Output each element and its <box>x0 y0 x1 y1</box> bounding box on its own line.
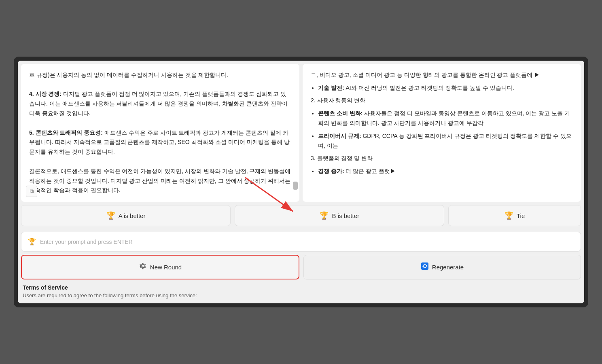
a-is-better-button[interactable]: 🏆 A is better <box>21 205 231 226</box>
panel-left: 호 규정)은 사용자의 동의 없이 데이터를 수집하거나 사용하는 것을 제한합… <box>21 64 299 202</box>
regenerate-button[interactable]: Regenerate <box>303 255 581 279</box>
terms-subtitle: Users are required to agree to the follo… <box>23 292 578 298</box>
regenerate-icon <box>421 262 429 272</box>
copy-button[interactable]: ⧉ <box>26 186 37 197</box>
a-is-better-label: A is better <box>119 212 146 219</box>
content-panels: 호 규정)은 사용자의 동의 없이 데이터를 수집하거나 사용하는 것을 제한합… <box>18 61 584 205</box>
svg-rect-4 <box>421 262 428 270</box>
copy-icon: ⧉ <box>30 188 34 195</box>
tie-button[interactable]: 🏆 Tie <box>448 205 581 226</box>
terms-section: Terms of Service Users are required to a… <box>21 283 581 300</box>
voting-row: 🏆 A is better 🏆 B is better 🏆 Tie <box>21 205 581 230</box>
a-crown-icon: 🏆 <box>106 211 115 220</box>
scrollbar[interactable] <box>293 182 298 190</box>
panels-wrapper: 호 규정)은 사용자의 동의 없이 데이터를 수집하거나 사용하는 것을 제한합… <box>18 61 584 205</box>
left-line-2: 4. 시장 경쟁: 디지털 광고 플랫폼이 점점 더 많아지고 있으며, 기존의… <box>29 89 291 118</box>
right-line-3: 2. 사용자 행동의 변화 <box>311 96 573 106</box>
outer-frame: 호 규정)은 사용자의 동의 없이 데이터를 수집하거나 사용하는 것을 제한합… <box>14 57 588 307</box>
left-line-3: 5. 콘텐츠와 트래픽의 중요성: 애드센스 수익은 주로 사이트 트래픽과 광… <box>29 128 291 157</box>
b-crown-icon: 🏆 <box>320 211 329 220</box>
panel-right: ㄱ, 비디오 광고, 소셜 미디어 광고 등 다양한 형태의 광고를 통합한 온… <box>303 64 581 202</box>
right-line-6: 3. 플랫폼의 경쟁 및 변화 <box>311 154 573 163</box>
b-is-better-button[interactable]: 🏆 B is better <box>235 205 444 226</box>
b-is-better-label: B is better <box>332 212 359 219</box>
panel-right-text: ㄱ, 비디오 광고, 소셜 미디어 광고 등 다양한 형태의 광고를 통합한 온… <box>311 70 573 176</box>
new-round-label: New Round <box>150 264 182 271</box>
action-row: New Round Regenerate <box>21 255 581 279</box>
left-line-4: 결론적으로, 애드센스를 통한 수익은 여전히 가능성이 있지만, 시장의 변화… <box>29 167 291 195</box>
right-line-2: 기술 발전: AI와 머신 러닝의 발전은 광고 타겟팅의 정확도를 높일 수 … <box>318 83 573 93</box>
new-round-icon <box>139 262 147 272</box>
tie-crown-icon: 🏆 <box>504 211 513 220</box>
prompt-crown-icon: 🏆 <box>28 238 36 245</box>
new-round-button[interactable]: New Round <box>21 255 299 279</box>
left-line-1: 호 규정)은 사용자의 동의 없이 데이터를 수집하거나 사용하는 것을 제한합… <box>29 70 291 80</box>
right-line-4: 콘텐츠 소비 변화: 사용자들은 점점 더 모바일과 동영상 콘텐츠로 이동하고… <box>318 109 573 128</box>
panel-left-text: 호 규정)은 사용자의 동의 없이 데이터를 수집하거나 사용하는 것을 제한합… <box>29 70 291 195</box>
right-line-7: 경쟁 증가: 더 많은 광고 플랫▶ <box>318 167 573 176</box>
tie-label: Tie <box>517 212 525 219</box>
regenerate-label: Regenerate <box>432 264 464 271</box>
inner-container: 호 규정)은 사용자의 동의 없이 데이터를 수집하거나 사용하는 것을 제한합… <box>18 61 584 303</box>
right-line-5: 프라이버시 규제: GDPR, CCPA 등 강화된 프라이버시 규정은 광고 … <box>318 131 573 151</box>
prompt-placeholder: Enter your prompt and press ENTER <box>40 239 133 245</box>
right-line-1: ㄱ, 비디오 광고, 소셜 미디어 광고 등 다양한 형태의 광고를 통합한 온… <box>311 70 573 80</box>
prompt-area[interactable]: 🏆 Enter your prompt and press ENTER <box>21 232 581 252</box>
terms-title: Terms of Service <box>23 284 578 291</box>
